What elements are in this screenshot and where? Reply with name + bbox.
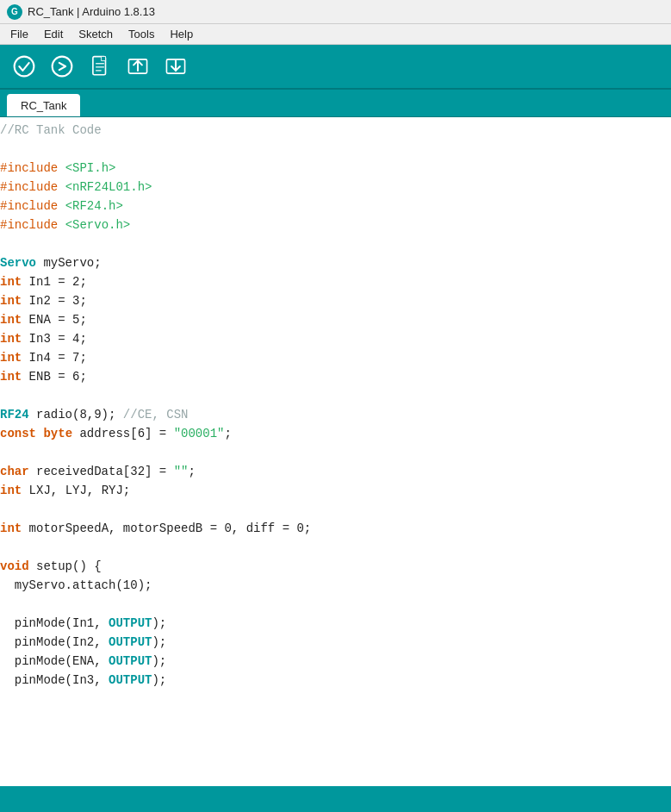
svg-point-0 <box>15 57 34 77</box>
code-line <box>0 500 671 519</box>
code-line: //RC Tank Code <box>0 121 671 140</box>
svg-rect-3 <box>102 57 106 61</box>
menu-tools[interactable]: Tools <box>121 26 161 42</box>
menu-bar: File Edit Sketch Tools Help <box>0 24 671 45</box>
code-line: #include <nRF24L01.h> <box>0 178 671 197</box>
code-line: pinMode(ENA, OUTPUT); <box>0 652 671 671</box>
window-title: RC_Tank | Arduino 1.8.13 <box>28 5 155 18</box>
code-line <box>0 595 671 614</box>
code-line: int ENA = 5; <box>0 310 671 329</box>
code-line: int In1 = 2; <box>0 272 671 291</box>
code-line: int In3 = 4; <box>0 329 671 348</box>
code-line: pinMode(In2, OUTPUT); <box>0 633 671 652</box>
menu-edit[interactable]: Edit <box>37 26 70 42</box>
save-button[interactable] <box>158 49 193 84</box>
code-line <box>0 386 671 405</box>
code-line: #include <Servo.h> <box>0 215 671 234</box>
code-editor[interactable]: //RC Tank Code #include <SPI.h> #include… <box>0 117 671 786</box>
code-line: RF24 radio(8,9); //CE, CSN <box>0 405 671 424</box>
menu-help[interactable]: Help <box>163 26 200 42</box>
code-line: pinMode(In3, OUTPUT); <box>0 671 671 690</box>
upload-button[interactable] <box>45 49 79 84</box>
code-line: #include <RF24.h> <box>0 197 671 215</box>
code-line: int ENB = 6; <box>0 367 671 386</box>
code-line <box>0 443 671 462</box>
code-line <box>0 234 671 253</box>
code-line: #include <SPI.h> <box>0 159 671 178</box>
menu-sketch[interactable]: Sketch <box>71 26 120 42</box>
code-line: int In4 = 7; <box>0 348 671 367</box>
code-line: Servo myServo; <box>0 253 671 272</box>
app-icon: G <box>7 4 22 20</box>
code-line: myServo.attach(10); <box>0 576 671 595</box>
code-line: int motorSpeedA, motorSpeedB = 0, diff =… <box>0 519 671 538</box>
code-line <box>0 140 671 159</box>
new-button[interactable] <box>83 49 117 84</box>
tab-bar: RC_Tank <box>0 90 671 117</box>
open-button[interactable] <box>121 49 155 84</box>
svg-point-1 <box>53 57 72 77</box>
code-line: const byte address[6] = "00001"; <box>0 424 671 443</box>
code-line: void setup() { <box>0 557 671 576</box>
verify-button[interactable] <box>7 49 41 84</box>
tab-rc-tank[interactable]: RC_Tank <box>7 94 80 116</box>
code-line: pinMode(In1, OUTPUT); <box>0 614 671 633</box>
code-line: int In2 = 3; <box>0 291 671 310</box>
code-line: char receivedData[32] = ""; <box>0 462 671 481</box>
title-bar: G RC_Tank | Arduino 1.8.13 <box>0 0 671 24</box>
code-line: int LXJ, LYJ, RYJ; <box>0 481 671 500</box>
toolbar <box>0 45 671 90</box>
menu-file[interactable]: File <box>3 26 35 42</box>
code-line <box>0 538 671 557</box>
status-bar <box>0 786 671 812</box>
code-area: //RC Tank Code #include <SPI.h> #include… <box>0 121 671 690</box>
